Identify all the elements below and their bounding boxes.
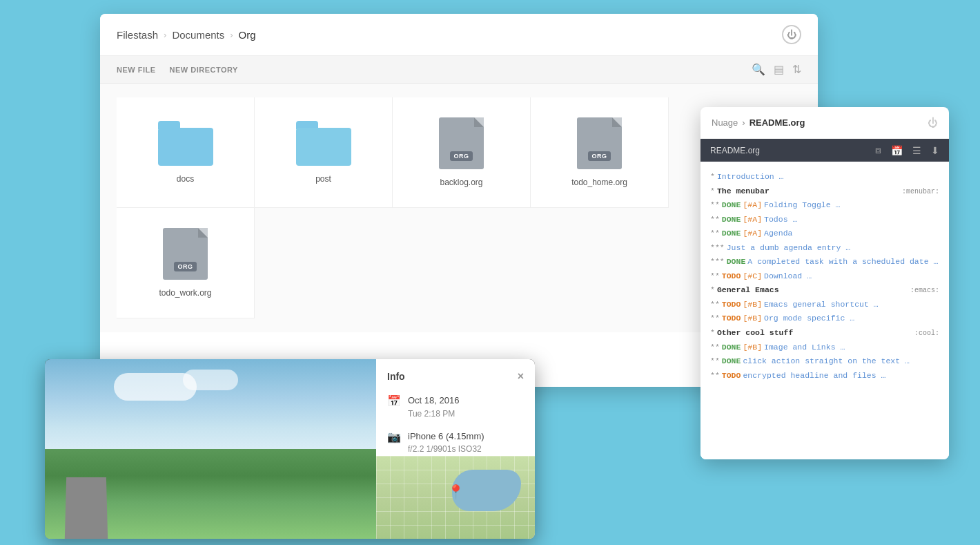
org-file-icon-todo-work: ORG <box>163 228 208 280</box>
org-todo-11: TODO <box>722 312 741 325</box>
org-text-6[interactable]: Just a dumb agenda entry … <box>727 241 850 255</box>
readme-breadcrumb: Nuage › README.org <box>712 117 805 128</box>
breadcrumb-org[interactable]: Org <box>239 29 256 41</box>
org-text-7[interactable]: A completed task with a scheduled date … <box>747 255 938 269</box>
org-text-8[interactable]: Download … <box>764 269 812 283</box>
readme-filename: README.org <box>710 146 865 155</box>
org-line-5: ** DONE [#A] Agenda <box>710 227 939 240</box>
org-text-3[interactable]: Folding Toggle … <box>764 198 840 212</box>
org-stars-5: ** <box>710 227 720 240</box>
org-stars-13: ** <box>710 341 720 354</box>
file-item-todo-home[interactable]: ORG todo_home.org <box>531 97 669 208</box>
breadcrumb-sep-2: › <box>230 30 233 40</box>
readme-content: * Introduction … * The menubar :menubar:… <box>700 162 949 459</box>
org-priority-3: [#A] <box>743 198 762 212</box>
org-line-2: * The menubar :menubar: <box>710 184 939 198</box>
org-text-14[interactable]: click action straight on the text … <box>743 354 910 368</box>
org-badge-todo-work: ORG <box>174 262 196 271</box>
photo-window: Info × 📅 Oct 18, 2016 Tue 2:18 PM 📷 iPho… <box>45 359 535 539</box>
readme-power-button[interactable]: ⏻ <box>928 117 938 128</box>
org-stars-2: * <box>710 184 715 198</box>
org-line-12: * Other cool stuff :cool: <box>710 326 939 340</box>
date-info: Oct 18, 2016 Tue 2:18 PM <box>408 394 459 420</box>
org-priority-13: [#B] <box>743 341 762 354</box>
camera-row: 📷 iPhone 6 (4.15mm) f/2.2 1/9901s ISO32 <box>387 430 524 456</box>
org-stars-1: * <box>710 170 715 184</box>
org-stars-12: * <box>710 326 715 340</box>
org-badge-todo-home: ORG <box>588 151 610 161</box>
org-text-15[interactable]: encrypted headline and files … <box>743 369 885 383</box>
cloud2 <box>183 370 238 390</box>
org-done-14: DONE <box>722 354 741 368</box>
org-todo-15: TODO <box>722 369 741 383</box>
org-stars-3: ** <box>710 198 720 212</box>
org-line-11: ** TODO [#B] Org mode specific … <box>710 312 939 325</box>
org-line-15: ** TODO encrypted headline and files … <box>710 369 939 383</box>
new-directory-button[interactable]: NEW DIRECTORY <box>170 66 238 74</box>
power-button[interactable]: ⏻ <box>782 25 801 44</box>
calendar-icon: 📅 <box>387 394 401 408</box>
org-heading-9: General Emacs <box>717 283 779 297</box>
org-line-13: ** DONE [#B] Image and Links … <box>710 341 939 354</box>
photo-image <box>45 359 376 539</box>
breadcrumb-sep-1: › <box>164 30 166 40</box>
date-row: 📅 Oct 18, 2016 Tue 2:18 PM <box>387 394 524 420</box>
list-icon[interactable]: ☰ <box>912 145 921 156</box>
org-priority-5: [#A] <box>743 227 762 240</box>
breadcrumb-filestash[interactable]: Filestash <box>117 29 158 41</box>
org-file-icon-todo-home: ORG <box>577 117 622 169</box>
org-stars-15: ** <box>710 369 720 383</box>
camera-info: iPhone 6 (4.15mm) f/2.2 1/9901s ISO32 <box>408 430 484 456</box>
photo-preview <box>45 359 376 539</box>
readme-parent[interactable]: Nuage <box>712 117 738 128</box>
download-icon[interactable]: ⬇ <box>931 145 939 156</box>
org-stars-7: *** <box>710 255 725 269</box>
org-done-5: DONE <box>722 227 741 240</box>
breadcrumb: Filestash › Documents › Org <box>117 29 256 41</box>
org-text-13[interactable]: Image and Links … <box>764 341 845 354</box>
search-icon[interactable]: 🔍 <box>752 63 765 76</box>
readme-header: Nuage › README.org ⏻ <box>700 107 949 139</box>
sort-icon[interactable]: ⇅ <box>792 63 801 76</box>
org-priority-4: [#A] <box>743 213 762 227</box>
file-item-post[interactable]: post <box>255 97 393 208</box>
org-priority-10: [#B] <box>743 298 762 312</box>
org-text-5[interactable]: Agenda <box>764 227 792 240</box>
file-item-todo-work[interactable]: ORG todo_work.org <box>117 208 255 318</box>
date-line1: Oct 18, 2016 <box>408 394 459 408</box>
org-line-3: ** DONE [#A] Folding Toggle … <box>710 198 939 212</box>
org-stars-14: ** <box>710 354 720 368</box>
breadcrumb-documents[interactable]: Documents <box>172 29 224 41</box>
readme-window: Nuage › README.org ⏻ README.org ⧈ 📅 ☰ ⬇ … <box>700 107 949 459</box>
close-button[interactable]: × <box>518 370 524 383</box>
org-badge-backlog: ORG <box>450 151 472 161</box>
readme-toolbar: README.org ⧈ 📅 ☰ ⬇ <box>700 139 949 162</box>
file-item-backlog[interactable]: ORG backlog.org <box>393 97 531 208</box>
filter-icon[interactable]: ⧈ <box>875 144 881 156</box>
org-line-9: * General Emacs :emacs: <box>710 283 939 297</box>
land <box>45 449 376 539</box>
calendar-view-icon[interactable]: 📅 <box>891 145 903 156</box>
camera-line2: f/2.2 1/9901s ISO32 <box>408 443 484 455</box>
file-name-backlog: backlog.org <box>440 178 482 187</box>
map-pin: 📍 <box>447 484 464 500</box>
org-stars-8: ** <box>710 269 720 283</box>
org-heading-1[interactable]: Introduction … <box>717 170 784 184</box>
list-view-icon[interactable]: ▤ <box>774 63 784 76</box>
file-name-docs: docs <box>177 174 194 184</box>
org-stars-10: ** <box>710 298 720 312</box>
org-stars-9: * <box>710 283 715 297</box>
file-item-docs[interactable]: docs <box>117 97 255 208</box>
org-stars-4: ** <box>710 213 720 227</box>
toolbar: NEW FILE NEW DIRECTORY 🔍 ▤ ⇅ <box>100 56 818 84</box>
org-text-10[interactable]: Emacs general shortcut … <box>764 298 879 312</box>
camera-line1: iPhone 6 (4.15mm) <box>408 430 484 443</box>
file-name-todo-work: todo_work.org <box>159 288 211 298</box>
org-line-14: ** DONE click action straight on the tex… <box>710 354 939 368</box>
new-file-button[interactable]: NEW FILE <box>117 66 156 74</box>
org-heading-2: The menubar <box>717 184 770 198</box>
org-tag-9: :emacs: <box>910 285 939 296</box>
org-text-4[interactable]: Todos … <box>764 213 797 227</box>
org-stars-6: *** <box>710 241 725 255</box>
org-text-11[interactable]: Org mode specific … <box>764 312 854 325</box>
